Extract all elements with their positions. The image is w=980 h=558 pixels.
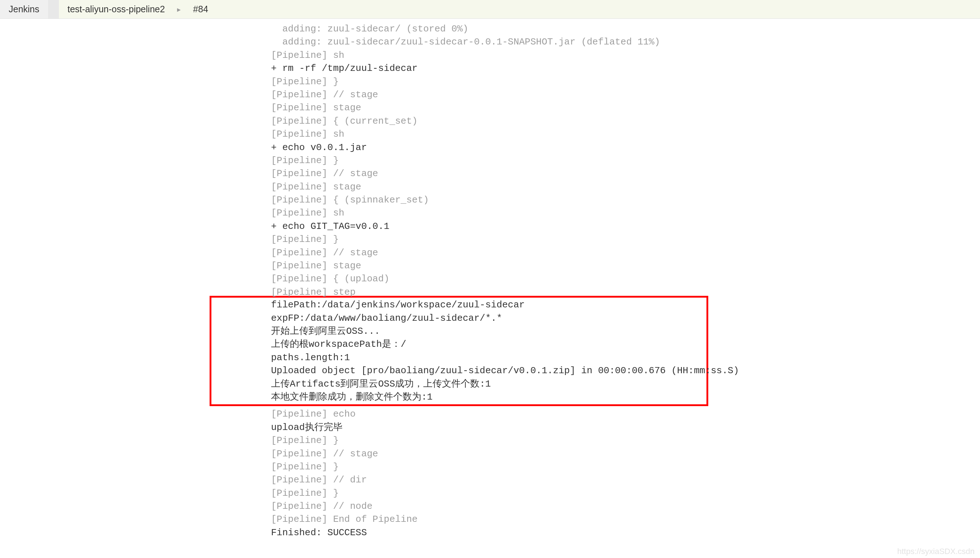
console-lines-pre: adding: zuul-sidecar/ (stored 0%) adding… [271,23,980,299]
console-line: [Pipeline] stage [271,259,980,272]
console-line: [Pipeline] } [271,460,980,473]
console-line: upload执行完毕 [271,421,980,434]
console-lines-highlight: filePath:/data/jenkins/workspace/zuul-si… [271,298,707,404]
breadcrumb-separator [48,0,59,18]
breadcrumb: Jenkins test-aliyun-oss-pipeline2 ▸ #84 [0,0,980,19]
console-line: + echo v0.0.1.jar [271,141,980,154]
console-line: [Pipeline] // stage [271,88,980,101]
console-line: filePath:/data/jenkins/workspace/zuul-si… [271,298,707,311]
console-line: [Pipeline] // stage [271,447,980,460]
console-line: [Pipeline] // stage [271,167,980,180]
console-line: Finished: SUCCESS [271,526,980,539]
console-line: [Pipeline] } [271,487,980,500]
console-line: [Pipeline] { (upload) [271,272,980,286]
console-line: [Pipeline] { (current_set) [271,115,980,128]
breadcrumb-build[interactable]: #84 [184,0,217,18]
console-line: paths.length:1 [271,351,707,364]
console-line: adding: zuul-sidecar/ (stored 0%) [271,23,980,35]
console-line: [Pipeline] sh [271,207,980,220]
console-line: 本地文件删除成功，删除文件个数为:1 [271,391,707,404]
console-line: 上传的根workspacePath是：/ [271,338,707,351]
console-line: [Pipeline] } [271,154,980,167]
console-line: + rm -rf /tmp/zuul-sidecar [271,62,980,75]
highlight-annotation: filePath:/data/jenkins/workspace/zuul-si… [209,296,708,406]
console-line: [Pipeline] } [271,233,980,246]
console-line: 上传Artifacts到阿里云OSS成功，上传文件个数:1 [271,377,707,391]
console-line: [Pipeline] sh [271,49,980,62]
console-line: [Pipeline] // dir [271,473,980,486]
console-line: [Pipeline] stage [271,181,980,194]
console-line: [Pipeline] // node [271,500,980,513]
console-line: [Pipeline] stage [271,101,980,114]
console-line: [Pipeline] } [271,434,980,447]
console-line: [Pipeline] } [271,75,980,88]
console-line: + echo GIT_TAG=v0.0.1 [271,220,980,233]
console-line: [Pipeline] { (spinnaker_set) [271,194,980,207]
console-line: expFP:/data/www/baoliang/zuul-sidecar/*.… [271,312,707,325]
console-lines-post: [Pipeline] echoupload执行完毕[Pipeline] }[Pi… [271,407,980,539]
breadcrumb-pipeline[interactable]: test-aliyun-oss-pipeline2 [59,0,174,18]
breadcrumb-root[interactable]: Jenkins [0,0,48,18]
console-line: [Pipeline] echo [271,407,980,420]
console-output: adding: zuul-sidecar/ (stored 0%) adding… [0,19,980,539]
console-line: [Pipeline] sh [271,128,980,141]
console-line: Uploaded object [pro/baoliang/zuul-sidec… [271,364,707,377]
console-line: [Pipeline] // stage [271,246,980,259]
chevron-right-icon: ▸ [173,5,184,14]
console-line: 开始上传到阿里云OSS... [271,325,707,338]
console-line: adding: zuul-sidecar/zuul-sidecar-0.0.1-… [271,35,980,48]
console-line: [Pipeline] End of Pipeline [271,513,980,526]
